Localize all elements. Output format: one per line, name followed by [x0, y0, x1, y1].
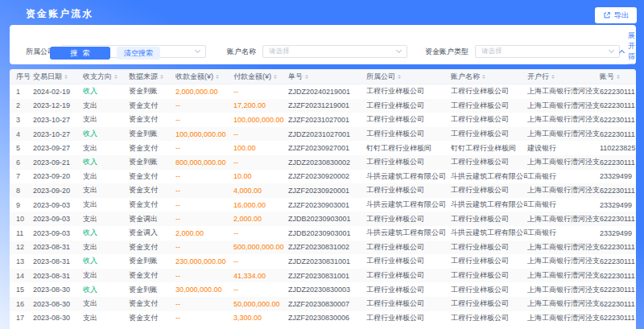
- column-header-trade-date[interactable]: 交易日期: [33, 72, 83, 82]
- cell-pay-amount: 2,000.00: [233, 215, 288, 223]
- cell-direction: 收入: [83, 228, 129, 238]
- table-row: 92023-09-03支出资金支付--16,000.00ZJZF20230903…: [10, 198, 636, 212]
- filter-label-account-name: 账户名称: [224, 47, 256, 57]
- cell-seq: 12: [16, 243, 33, 251]
- cell-receive-amount: --: [175, 201, 233, 209]
- table-row: 72023-09-20支出资金支付--10.00ZJZF20230920002斗…: [10, 170, 636, 184]
- cell-receive-amount: --: [175, 272, 233, 280]
- search-button[interactable]: 搜索: [50, 47, 110, 60]
- cell-company: 斗拱云建筑工程有限公司: [366, 228, 451, 238]
- column-header-receive-amount[interactable]: 收款金额(¥): [175, 72, 233, 82]
- sort-caret-icon[interactable]: [617, 75, 620, 79]
- table-row: 22023-12-19支出资金支付--17,200.00ZJZF20231219…: [10, 99, 636, 113]
- cell-company: 工程行业样板公司: [366, 101, 451, 111]
- cell-pay-amount: 100.00: [233, 144, 288, 152]
- cell-bank: 上海工商银行漕河泾支行: [527, 313, 600, 323]
- cell-data-source: 资金到账: [129, 157, 175, 167]
- sort-caret-icon[interactable]: [274, 75, 277, 79]
- sort-caret-icon[interactable]: [216, 75, 219, 79]
- cell-account-name: 工程行业样板公司: [451, 313, 527, 323]
- cell-pay-amount: --: [233, 257, 288, 265]
- cell-account-no: 622230111: [600, 130, 636, 138]
- cell-account-no: 622230111: [600, 272, 636, 280]
- cell-trade-date: 2023-12-19: [33, 101, 83, 109]
- sort-caret-icon[interactable]: [551, 75, 555, 79]
- cell-trade-date: 2023-08-31: [33, 243, 83, 251]
- cell-trade-date: 2023-09-03: [33, 215, 83, 223]
- cell-doc-no: ZJDZ20231027001: [288, 130, 366, 138]
- cell-seq: 17: [16, 314, 33, 322]
- cell-pay-amount: --: [233, 158, 288, 167]
- cell-account-name: 工程行业样板公司: [451, 270, 527, 281]
- sort-caret-icon[interactable]: [114, 75, 118, 79]
- column-header-pay-amount[interactable]: 付款金额(¥): [233, 72, 288, 82]
- cell-bank: 建设银行: [527, 143, 600, 154]
- cell-doc-no: ZJZF20231219001: [288, 101, 366, 109]
- cell-bank: 上海工商银行漕河泾支行: [527, 185, 600, 195]
- cell-bank: 上海工商银行漕河泾支行: [527, 86, 600, 97]
- cell-company: 工程行业样板公司: [366, 298, 451, 309]
- cell-seq: 1: [16, 88, 33, 96]
- cell-data-source: 资金支付: [129, 199, 175, 210]
- cell-receive-amount: --: [175, 215, 233, 223]
- cell-direction: 支出: [83, 101, 129, 111]
- cell-bank: 上海工商银行漕河泾支行: [527, 129, 600, 139]
- cell-bank: 上海工商银行漕河泾支行: [527, 270, 600, 281]
- cell-direction: 收入: [83, 157, 129, 167]
- filter-group-company: 所属公司 请选择: [19, 45, 206, 58]
- chevron-down-icon: [619, 49, 625, 55]
- cell-company: 工程行业样板公司: [366, 242, 451, 253]
- cell-data-source: 资金到账: [129, 285, 175, 295]
- cell-doc-no: ZJZF20231027001: [288, 116, 366, 124]
- cell-seq: 11: [16, 229, 33, 237]
- cell-bank: 上海工商银行漕河泾支行: [527, 157, 600, 167]
- column-header-account-name[interactable]: 账户名称: [451, 72, 527, 82]
- export-button[interactable]: 导出: [595, 7, 637, 23]
- cell-direction: 收入: [83, 86, 129, 97]
- table-row: 172023-08-30支出资金支付--3,300.00ZJZF20230830…: [10, 311, 636, 326]
- column-header-bank[interactable]: 开户行: [527, 72, 600, 82]
- cell-account-no: 622230111: [600, 314, 636, 322]
- cell-account-name: 工程行业样板公司: [451, 157, 527, 167]
- column-label: 序号: [16, 72, 31, 82]
- table-body: 12024-02-19收入资金到账2,000,000.00--ZJDZ20240…: [10, 84, 636, 325]
- sort-caret-icon[interactable]: [64, 75, 68, 79]
- cell-data-source: 资金支付: [129, 298, 175, 309]
- column-header-data-source[interactable]: 数据来源: [129, 72, 175, 82]
- cell-pay-amount: --: [233, 286, 288, 294]
- column-header-company[interactable]: 所属公司: [366, 72, 451, 82]
- cell-receive-amount: 800,000,000.00: [175, 158, 233, 167]
- sort-caret-icon[interactable]: [160, 75, 163, 79]
- expand-filter-link[interactable]: 展开筛选: [620, 31, 635, 72]
- account-type-select[interactable]: 请选择: [475, 45, 620, 58]
- cell-doc-no: ZJDZ20230831001: [288, 257, 366, 265]
- cell-receive-amount: --: [175, 144, 233, 152]
- cell-bank: 工商银行: [527, 228, 600, 238]
- cell-doc-no: ZJDZ20230830002: [288, 158, 366, 167]
- cell-company: 钉钉工程行业样板间: [366, 143, 451, 154]
- cell-data-source: 资金支付: [129, 171, 175, 182]
- cell-pay-amount: 41,334.00: [233, 272, 288, 280]
- cell-direction: 收入: [83, 256, 129, 266]
- table-row: 152023-08-30收入资金到账30,000,000.00--ZJDZ202…: [10, 282, 636, 297]
- cell-direction: 支出: [83, 171, 129, 182]
- cell-bank: 上海工商银行漕河泾支行: [527, 242, 600, 253]
- cell-doc-no: ZJZF20230920001: [288, 187, 366, 195]
- cell-account-no: 622230111: [600, 88, 636, 96]
- cell-doc-no: ZJZF20230830007: [288, 300, 366, 308]
- column-header-doc-no[interactable]: 单号: [288, 72, 366, 82]
- cell-account-no: 622230111: [600, 286, 636, 294]
- column-header-direction[interactable]: 收支方向: [83, 72, 129, 82]
- sort-caret-icon[interactable]: [482, 75, 485, 79]
- sort-caret-icon[interactable]: [305, 75, 308, 79]
- sort-caret-icon[interactable]: [398, 75, 401, 79]
- cell-receive-amount: 2,000.00: [175, 229, 233, 237]
- clear-search-button[interactable]: 清空搜索: [117, 47, 160, 60]
- cell-account-no: 23329499: [600, 201, 636, 209]
- cell-trade-date: 2023-09-21: [33, 158, 83, 167]
- column-header-account-no[interactable]: 账号: [600, 72, 636, 82]
- column-label: 数据来源: [129, 72, 158, 82]
- cell-receive-amount: --: [175, 300, 233, 308]
- account-name-select[interactable]: 请选择: [262, 45, 407, 58]
- table-row: 62023-09-21收入资金到账800,000,000.00--ZJDZ202…: [10, 155, 636, 170]
